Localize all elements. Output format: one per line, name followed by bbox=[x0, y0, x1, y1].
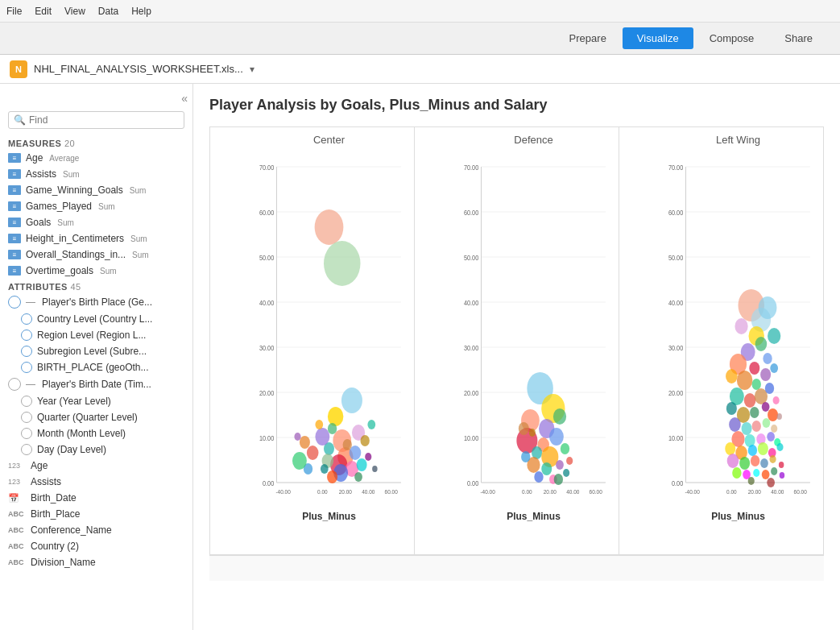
svg-text:30.00: 30.00 bbox=[464, 344, 479, 352]
attr-birth-place[interactable]: ABC Birth_Place bbox=[0, 506, 192, 522]
svg-point-125 bbox=[734, 318, 747, 334]
measure-goals[interactable]: ≡ GoalsSum bbox=[0, 214, 192, 230]
svg-point-136 bbox=[770, 363, 778, 373]
svg-point-46 bbox=[307, 446, 319, 460]
svg-text:0.00: 0.00 bbox=[317, 487, 328, 495]
chart-svg-defence: 70.00 60.00 50.00 40.00 30.00 20.00 10.0… bbox=[455, 151, 612, 505]
svg-point-83 bbox=[549, 428, 564, 446]
svg-point-96 bbox=[529, 429, 536, 437]
measure-game-winning-goals[interactable]: ≡ Game_Winning_GoalsSum bbox=[0, 182, 192, 198]
svg-point-152 bbox=[776, 413, 782, 420]
attr-assists[interactable]: 123 Assists bbox=[0, 474, 192, 490]
svg-point-127 bbox=[755, 337, 768, 351]
svg-point-90 bbox=[521, 451, 530, 462]
svg-text:30.00: 30.00 bbox=[259, 344, 275, 352]
svg-text:10.00: 10.00 bbox=[259, 434, 275, 442]
svg-text:20.00: 20.00 bbox=[748, 487, 761, 495]
tab-visualize[interactable]: Visualize bbox=[623, 27, 693, 49]
attr-country-level[interactable]: Country Level (Country L... bbox=[0, 311, 192, 327]
svg-point-169 bbox=[779, 462, 784, 468]
svg-point-146 bbox=[768, 408, 778, 421]
chart-svg-center: 70.00 60.00 50.00 40.00 30.00 20.00 10.0… bbox=[250, 151, 408, 505]
menu-help[interactable]: Help bbox=[131, 6, 151, 17]
measure-age[interactable]: ≡ AgeAverage bbox=[0, 150, 192, 166]
clock-icon bbox=[21, 412, 32, 423]
measure-height[interactable]: ≡ Height_in_CentimetersSum bbox=[0, 230, 192, 247]
tab-share[interactable]: Share bbox=[770, 27, 827, 49]
measure-icon: ≡ bbox=[8, 185, 21, 195]
svg-point-149 bbox=[752, 421, 761, 432]
file-bar: N NHL_FINAL_ANALYSIS_WORKSHEET.xls... ▾ bbox=[0, 55, 840, 84]
svg-point-32 bbox=[315, 428, 329, 446]
attr-birth-place-geo-other[interactable]: BIRTH_PLACE (geoOth... bbox=[0, 359, 192, 375]
attr-region-level[interactable]: Region Level (Region L... bbox=[0, 327, 192, 343]
svg-point-147 bbox=[729, 417, 741, 432]
search-icon: 🔍 bbox=[14, 114, 26, 126]
svg-point-44 bbox=[365, 453, 371, 461]
svg-point-165 bbox=[739, 457, 750, 470]
sidebar-collapse-btn[interactable]: « bbox=[0, 90, 192, 108]
attr-birth-date[interactable]: 📅 Birth_Date bbox=[0, 490, 192, 506]
svg-text:60.00: 60.00 bbox=[590, 487, 602, 495]
attr-month-level[interactable]: Month (Month Level) bbox=[0, 425, 192, 441]
search-box[interactable]: 🔍 bbox=[8, 111, 184, 129]
measure-overall-standings[interactable]: ≡ Overall_Standings_in...Sum bbox=[0, 247, 192, 263]
measure-overtime-goals[interactable]: ≡ Overtime_goalsSum bbox=[0, 263, 192, 279]
attr-year-level[interactable]: Year (Year Level) bbox=[0, 393, 192, 409]
chart-area: Center 70.00 60.0 bbox=[209, 126, 824, 555]
tab-compose[interactable]: Compose bbox=[695, 27, 769, 49]
globe-icon bbox=[21, 362, 32, 373]
measures-header: MEASURES 20 bbox=[0, 135, 192, 150]
attr-age[interactable]: 123 Age bbox=[0, 458, 192, 474]
svg-point-142 bbox=[726, 402, 737, 415]
svg-point-37 bbox=[315, 420, 323, 429]
tab-prepare[interactable]: Prepare bbox=[555, 27, 621, 49]
menu-data[interactable]: Data bbox=[98, 6, 118, 17]
svg-point-163 bbox=[776, 443, 783, 451]
svg-point-39 bbox=[343, 439, 352, 450]
measure-icon: ≡ bbox=[8, 201, 21, 211]
menu-edit[interactable]: Edit bbox=[35, 6, 52, 17]
file-dropdown-arrow[interactable]: ▾ bbox=[250, 64, 254, 75]
svg-point-170 bbox=[732, 467, 741, 479]
globe-icon bbox=[21, 313, 32, 325]
attr-country[interactable]: ABC Country (2) bbox=[0, 538, 192, 554]
abc-icon: ABC bbox=[8, 510, 26, 518]
svg-point-43 bbox=[361, 435, 370, 446]
attr-conference-name[interactable]: ABC Conference_Name bbox=[0, 522, 192, 538]
measure-icon: ≡ bbox=[8, 266, 21, 276]
calendar-icon: 📅 bbox=[8, 493, 26, 504]
measure-assists[interactable]: ≡ AssistsSum bbox=[0, 166, 192, 182]
svg-text:40.00: 40.00 bbox=[259, 299, 275, 307]
menu-view[interactable]: View bbox=[64, 6, 85, 17]
svg-point-24 bbox=[324, 241, 361, 286]
clock-icon bbox=[21, 444, 32, 455]
svg-point-160 bbox=[748, 445, 757, 456]
svg-point-166 bbox=[751, 455, 759, 466]
attr-birth-date-time[interactable]: — Player's Birth Date (Tim... bbox=[0, 375, 192, 393]
svg-point-140 bbox=[765, 383, 774, 394]
svg-text:0.00: 0.00 bbox=[263, 479, 275, 487]
svg-text:60.00: 60.00 bbox=[464, 209, 479, 217]
svg-text:60.00: 60.00 bbox=[385, 487, 398, 495]
svg-point-132 bbox=[726, 369, 738, 383]
measure-games-played[interactable]: ≡ Games_PlayedSum bbox=[0, 198, 192, 214]
menu-bar: File Edit View Data Help bbox=[0, 0, 840, 23]
globe-icon bbox=[21, 330, 32, 341]
abc-icon: ABC bbox=[8, 542, 26, 550]
svg-point-48 bbox=[292, 452, 307, 470]
svg-point-130 bbox=[763, 353, 772, 364]
attr-birth-place-geo[interactable]: — Player's Birth Place (Ge... bbox=[0, 293, 192, 311]
time-icon bbox=[8, 378, 21, 391]
svg-point-158 bbox=[725, 442, 735, 455]
attr-subregion-level[interactable]: Subregion Level (Subre... bbox=[0, 343, 192, 359]
attr-quarter-level[interactable]: Quarter (Quarter Level) bbox=[0, 409, 192, 425]
attr-day-level[interactable]: Day (Day Level) bbox=[0, 441, 192, 458]
svg-text:50.00: 50.00 bbox=[668, 254, 684, 262]
svg-point-51 bbox=[294, 433, 300, 441]
svg-point-172 bbox=[753, 469, 759, 477]
menu-file[interactable]: File bbox=[6, 6, 22, 17]
svg-text:50.00: 50.00 bbox=[464, 254, 479, 262]
attr-division-name[interactable]: ABC Division_Name bbox=[0, 554, 192, 570]
search-input[interactable] bbox=[29, 114, 179, 126]
